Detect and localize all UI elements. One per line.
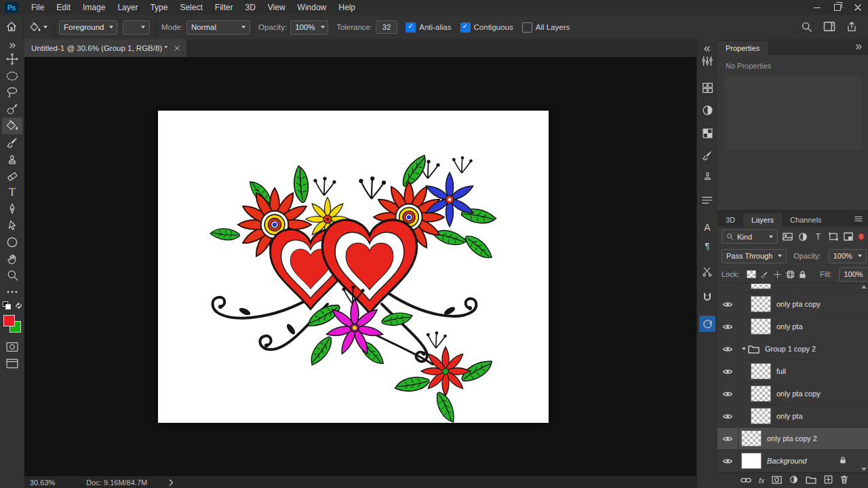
scroll-up-icon[interactable]	[861, 285, 867, 288]
visibility-toggle[interactable]	[717, 360, 738, 382]
layer-row-selected[interactable]: only pta copy 2	[717, 428, 868, 450]
minimize-button[interactable]	[807, 0, 827, 15]
swatches-panel-icon[interactable]	[699, 79, 715, 96]
layer-effects-icon[interactable]: fx	[759, 476, 764, 485]
tolerance-input[interactable]	[376, 20, 397, 34]
filter-type-layers-icon[interactable]: T	[813, 232, 823, 242]
layer-name[interactable]: only pta	[776, 322, 803, 331]
visibility-toggle[interactable]	[717, 316, 738, 337]
tab-close-icon[interactable]	[174, 45, 180, 51]
anti-alias-checkbox[interactable]: Anti-alias	[406, 22, 451, 33]
layer-thumbnail[interactable]	[751, 318, 771, 335]
layers-opacity-select[interactable]: 100%	[829, 249, 867, 263]
add-layer-mask-icon[interactable]	[772, 476, 782, 486]
move-tool[interactable]	[2, 51, 22, 68]
hand-tool[interactable]	[2, 250, 22, 267]
layer-thumbnail[interactable]	[751, 284, 771, 289]
tab-layers[interactable]: Layers	[743, 213, 782, 227]
color-panel-icon[interactable]	[699, 102, 715, 118]
layer-row[interactable]: only pta	[717, 316, 868, 338]
mode-select[interactable]: Normal	[186, 20, 250, 35]
contiguous-checkbox[interactable]: Contiguous	[460, 22, 513, 33]
lock-transparency-icon[interactable]	[747, 270, 756, 278]
menu-file[interactable]: File	[25, 0, 50, 15]
menu-help[interactable]: Help	[332, 0, 361, 15]
menu-select[interactable]: Select	[174, 0, 208, 15]
pen-tool[interactable]	[2, 201, 22, 218]
visibility-toggle[interactable]	[717, 428, 738, 449]
layer-filtering-toggle[interactable]	[859, 233, 864, 240]
lock-pixels-icon[interactable]	[760, 270, 769, 279]
layer-row[interactable]: only pta copy	[717, 383, 868, 405]
canvas[interactable]	[158, 111, 549, 423]
visibility-toggle[interactable]	[717, 405, 738, 427]
panel-menu-icon[interactable]	[854, 214, 863, 224]
layer-name[interactable]: full	[776, 367, 786, 375]
lasso-tool[interactable]	[2, 84, 22, 101]
collapse-to-icons-icon[interactable]	[854, 43, 863, 52]
tab-channels[interactable]: Channels	[782, 213, 829, 227]
elliptical-marquee-tool[interactable]	[2, 68, 22, 85]
tab-3d[interactable]: 3D	[717, 213, 743, 227]
layer-thumbnail[interactable]	[751, 408, 771, 424]
layer-row-partial[interactable]	[717, 284, 868, 293]
tool-preset-picker[interactable]	[29, 21, 47, 33]
clone-stamp-tool[interactable]	[2, 151, 22, 168]
opacity-select[interactable]: 100%	[290, 20, 328, 35]
clone-source-panel-icon[interactable]	[699, 167, 715, 183]
edit-toolbar-ellipsis[interactable]	[2, 284, 22, 301]
filter-smart-objects-icon[interactable]	[843, 232, 853, 241]
layer-group-row[interactable]: Group 1 copy 2	[717, 338, 868, 360]
visibility-toggle[interactable]	[717, 383, 738, 405]
layer-row[interactable]: only pta copy	[717, 293, 868, 316]
type-tool[interactable]: T	[2, 184, 22, 201]
lock-all-icon[interactable]	[799, 270, 806, 279]
layer-row[interactable]: full	[717, 360, 868, 383]
menu-layer[interactable]: Layer	[111, 0, 144, 15]
search-icon[interactable]	[801, 21, 812, 34]
layer-name[interactable]: only pta copy	[776, 300, 821, 308]
filter-pixel-layers-icon[interactable]	[783, 232, 793, 241]
paragraph-panel-icon[interactable]: ¶	[699, 238, 715, 254]
layers-scrollbar[interactable]	[861, 284, 867, 472]
visibility-toggle[interactable]	[717, 338, 738, 360]
new-layer-icon[interactable]	[824, 475, 833, 486]
toolbar-collapse-icon[interactable]	[8, 41, 16, 51]
lock-position-icon[interactable]	[773, 270, 782, 279]
eraser-tool[interactable]	[2, 168, 22, 185]
magnet-panel-icon[interactable]	[699, 289, 715, 305]
swap-colors-icon[interactable]	[15, 302, 22, 312]
menu-image[interactable]: Image	[77, 0, 111, 15]
new-group-icon[interactable]	[806, 476, 816, 486]
patterns-panel-icon[interactable]	[699, 125, 715, 141]
quick-selection-tool[interactable]	[2, 101, 22, 118]
layer-group-name[interactable]: Group 1 copy 2	[765, 345, 816, 353]
default-colors-icon[interactable]	[3, 301, 11, 312]
menu-window[interactable]: Window	[292, 0, 333, 15]
blend-mode-select[interactable]: Pass Through	[722, 249, 787, 263]
menu-filter[interactable]: Filter	[209, 0, 239, 15]
fill-select[interactable]: 100%	[839, 267, 868, 282]
pattern-picker-select[interactable]	[123, 20, 150, 35]
menu-view[interactable]: View	[262, 0, 292, 15]
character-panel-icon[interactable]: A	[699, 219, 715, 236]
layer-thumbnail[interactable]	[751, 386, 771, 402]
status-options-chevron-icon[interactable]	[169, 479, 174, 486]
close-button[interactable]	[848, 0, 868, 15]
menu-type[interactable]: Type	[144, 0, 174, 15]
paint-bucket-tool[interactable]	[2, 117, 22, 134]
layer-thumbnail[interactable]	[751, 296, 771, 312]
all-layers-checkbox[interactable]: All Layers	[522, 22, 570, 33]
menu-3d[interactable]: 3D	[239, 0, 261, 15]
foreground-color-swatch[interactable]	[3, 315, 15, 326]
rotate-view-panel-icon[interactable]	[699, 316, 715, 332]
group-expand-caret[interactable]	[742, 348, 746, 350]
scroll-down-icon[interactable]	[861, 468, 867, 471]
layer-row[interactable]: only pta	[717, 405, 868, 428]
filter-kind-select[interactable]: Kind	[722, 229, 778, 244]
zoom-level-field[interactable]: 30.63%	[30, 478, 55, 487]
layer-thumbnail[interactable]	[751, 363, 771, 379]
layer-thumbnail[interactable]	[741, 453, 762, 469]
zoom-tool[interactable]	[2, 267, 22, 284]
brush-settings-panel-icon[interactable]	[699, 147, 715, 164]
